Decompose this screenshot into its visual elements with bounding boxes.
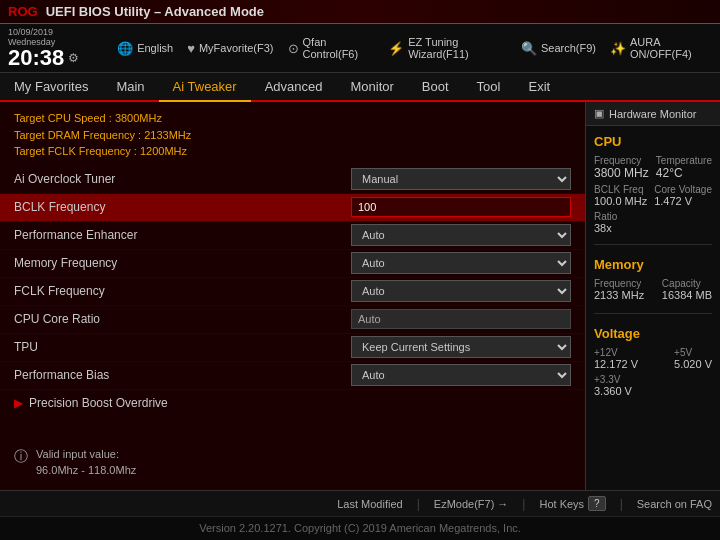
- search-btn[interactable]: 🔍 Search(F9): [521, 41, 596, 56]
- myfavorite-btn[interactable]: ♥ MyFavorite(F3): [187, 41, 273, 56]
- perf-bias-control[interactable]: Auto: [351, 364, 571, 386]
- settings-table: Ai Overclock Tuner Manual Auto D.O.C.P. …: [0, 166, 585, 390]
- bclk-freq-control[interactable]: [351, 197, 571, 217]
- cpu-freq-label: Frequency: [594, 155, 649, 166]
- separator-3: |: [620, 497, 623, 511]
- mem-cap-value: 16384 MB: [662, 289, 712, 301]
- cpu-temp-value: 42°C: [656, 166, 712, 180]
- core-voltage-label: Core Voltage: [654, 184, 712, 195]
- perf-enhancer-control[interactable]: Auto: [351, 224, 571, 246]
- setting-mem-freq: Memory Frequency Auto: [0, 250, 585, 278]
- bios-title: UEFI BIOS Utility – Advanced Mode: [46, 4, 264, 19]
- input-info-footer: ⓘ Valid input value:96.0Mhz - 118.0Mhz: [0, 441, 585, 484]
- ai-overclock-label: Ai Overclock Tuner: [14, 172, 351, 186]
- cpu-core-ratio-value: Auto: [351, 309, 571, 329]
- memory-metrics: Frequency 2133 MHz Capacity 16384 MB: [586, 276, 720, 309]
- setting-cpu-core-ratio: CPU Core Ratio Auto: [0, 306, 585, 334]
- cpu-core-ratio-control: Auto: [351, 309, 571, 329]
- nav-main[interactable]: Main: [102, 73, 158, 100]
- mem-cap-label: Capacity: [662, 278, 712, 289]
- v12-value: 12.172 V: [594, 358, 638, 370]
- perf-enhancer-select[interactable]: Auto: [351, 224, 571, 246]
- nav-tool[interactable]: Tool: [463, 73, 515, 100]
- title-bar: ROG UEFI BIOS Utility – Advanced Mode: [0, 0, 720, 24]
- perf-bias-select[interactable]: Auto: [351, 364, 571, 386]
- fclk-freq-select[interactable]: Auto: [351, 280, 571, 302]
- v33-label: +3.3V: [594, 374, 712, 385]
- tpu-select[interactable]: Keep Current Settings TPU I TPU II: [351, 336, 571, 358]
- v5-value: 5.020 V: [674, 358, 712, 370]
- copyright-text: Version 2.20.1271. Copyright (C) 2019 Am…: [199, 522, 521, 534]
- setting-bclk-freq: BCLK Frequency: [0, 194, 585, 222]
- target-fclk-freq: Target FCLK Frequency : 1200MHz: [14, 143, 571, 160]
- favorite-icon: ♥: [187, 41, 195, 56]
- nav-exit[interactable]: Exit: [514, 73, 564, 100]
- search-faq-btn[interactable]: Search on FAQ: [637, 498, 712, 510]
- last-modified-label[interactable]: Last Modified: [337, 498, 402, 510]
- qfan-btn[interactable]: ⊙ Qfan Control(F6): [288, 36, 375, 60]
- bclk-freq-input[interactable]: [351, 197, 571, 217]
- cpu-freq-row: Frequency 3800 MHz Temperature 42°C: [594, 155, 712, 180]
- ratio-value: 38x: [594, 222, 712, 234]
- v33-value: 3.360 V: [594, 385, 712, 397]
- separator-1: |: [417, 497, 420, 511]
- bclk-freq-label: BCLK Frequency: [14, 200, 351, 214]
- bclk-value: 100.0 MHz: [594, 195, 647, 207]
- time-display: 20:38: [8, 47, 64, 69]
- expand-arrow-icon: ▶: [14, 396, 23, 410]
- voltage-metrics: +12V 12.172 V +5V 5.020 V +3.3V 3.360 V: [586, 345, 720, 403]
- mem-freq-control[interactable]: Auto: [351, 252, 571, 274]
- rog-logo: ROG: [8, 4, 38, 19]
- settings-icon[interactable]: ⚙: [68, 51, 79, 65]
- datetime-display: 10/09/2019 Wednesday 20:38 ⚙: [8, 27, 97, 69]
- ez-tuning-btn[interactable]: ⚡ EZ Tuning Wizard(F11): [388, 36, 507, 60]
- nav-ai-tweaker[interactable]: Ai Tweaker: [159, 73, 251, 102]
- input-info-text: Valid input value:96.0Mhz - 118.0Mhz: [36, 447, 136, 478]
- aura-btn[interactable]: ✨ AURA ON/OFF(F4): [610, 36, 712, 60]
- hotkeys-label: Hot Keys: [539, 498, 584, 510]
- setting-ai-overclock: Ai Overclock Tuner Manual Auto D.O.C.P.: [0, 166, 585, 194]
- language-icon: 🌐: [117, 41, 133, 56]
- left-panel: Target CPU Speed : 3800MHz Target DRAM F…: [0, 102, 585, 490]
- nav-monitor[interactable]: Monitor: [337, 73, 408, 100]
- bclk-label: BCLK Freq: [594, 184, 647, 195]
- fclk-freq-control[interactable]: Auto: [351, 280, 571, 302]
- ai-overclock-control[interactable]: Manual Auto D.O.C.P.: [351, 168, 571, 190]
- memory-freq-row: Frequency 2133 MHz Capacity 16384 MB: [594, 278, 712, 301]
- date-display: 10/09/2019 Wednesday: [8, 27, 97, 47]
- v5-label: +5V: [674, 347, 712, 358]
- setting-fclk-freq: FCLK Frequency Auto: [0, 278, 585, 306]
- hotkeys-btn[interactable]: Hot Keys ?: [539, 496, 605, 511]
- ezmode-arrow-icon: →: [497, 498, 508, 510]
- mem-freq-label: Memory Frequency: [14, 256, 351, 270]
- qfan-label: Qfan Control(F6): [303, 36, 375, 60]
- nav-my-favorites[interactable]: My Favorites: [0, 73, 102, 100]
- target-info: Target CPU Speed : 3800MHz Target DRAM F…: [0, 108, 585, 162]
- aura-label: AURA ON/OFF(F4): [630, 36, 712, 60]
- hardware-monitor-panel: ▣ Hardware Monitor CPU Frequency 3800 MH…: [585, 102, 720, 490]
- tpu-control[interactable]: Keep Current Settings TPU I TPU II: [351, 336, 571, 358]
- target-cpu-speed: Target CPU Speed : 3800MHz: [14, 110, 571, 127]
- hardware-monitor-header: ▣ Hardware Monitor: [586, 102, 720, 126]
- language-selector[interactable]: 🌐 English: [117, 41, 173, 56]
- voltage-section-title: Voltage: [586, 318, 720, 345]
- setting-perf-bias: Performance Bias Auto: [0, 362, 585, 390]
- copyright-bar: Version 2.20.1271. Copyright (C) 2019 Am…: [0, 516, 720, 540]
- fclk-freq-label: FCLK Frequency: [14, 284, 351, 298]
- mem-freq-value: 2133 MHz: [594, 289, 644, 301]
- nav-boot[interactable]: Boot: [408, 73, 463, 100]
- fan-icon: ⊙: [288, 41, 299, 56]
- myfavorite-label: MyFavorite(F3): [199, 42, 274, 54]
- ai-overclock-select[interactable]: Manual Auto D.O.C.P.: [351, 168, 571, 190]
- separator-2: |: [522, 497, 525, 511]
- search-label: Search(F9): [541, 42, 596, 54]
- info-circle-icon: ⓘ: [14, 448, 28, 466]
- language-label: English: [137, 42, 173, 54]
- ez-icon: ⚡: [388, 41, 404, 56]
- nav-advanced[interactable]: Advanced: [251, 73, 337, 100]
- mem-freq-select[interactable]: Auto: [351, 252, 571, 274]
- ezmode-btn[interactable]: EzMode(F7) →: [434, 498, 509, 510]
- precision-boost-row[interactable]: ▶ Precision Boost Overdrive: [0, 390, 585, 416]
- monitor-icon: ▣: [594, 107, 604, 120]
- nav-bar: My Favorites Main Ai Tweaker Advanced Mo…: [0, 73, 720, 102]
